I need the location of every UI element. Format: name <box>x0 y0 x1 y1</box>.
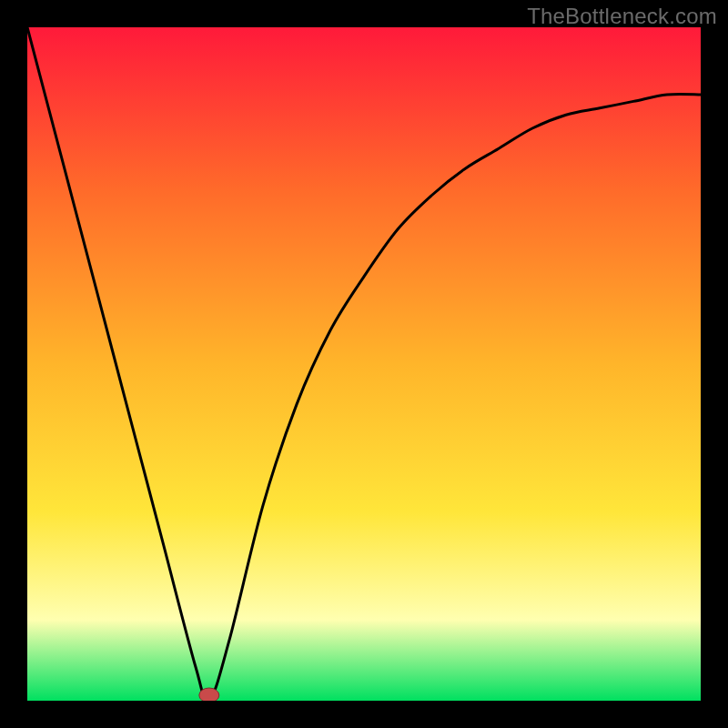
gradient-background <box>27 27 701 701</box>
attribution-text: TheBottleneck.com <box>527 4 717 29</box>
chart-svg <box>27 27 701 701</box>
chart-frame <box>27 27 701 701</box>
minimum-marker <box>199 688 219 701</box>
